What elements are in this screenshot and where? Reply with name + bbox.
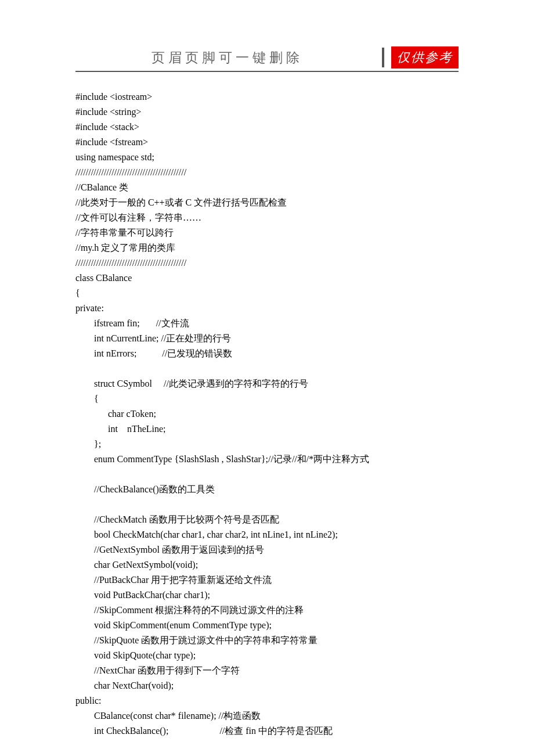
document-page: 页眉页脚可一键删除 仅供参考 #include <iostream> #incl… — [0, 0, 534, 756]
header-title: 页眉页脚可一键删除 — [75, 49, 378, 67]
code-body: #include <iostream> #include <string> #i… — [75, 89, 459, 739]
page-header: 页眉页脚可一键删除 仅供参考 — [75, 46, 459, 72]
header-divider — [382, 48, 384, 67]
header-badge: 仅供参考 — [391, 46, 459, 69]
